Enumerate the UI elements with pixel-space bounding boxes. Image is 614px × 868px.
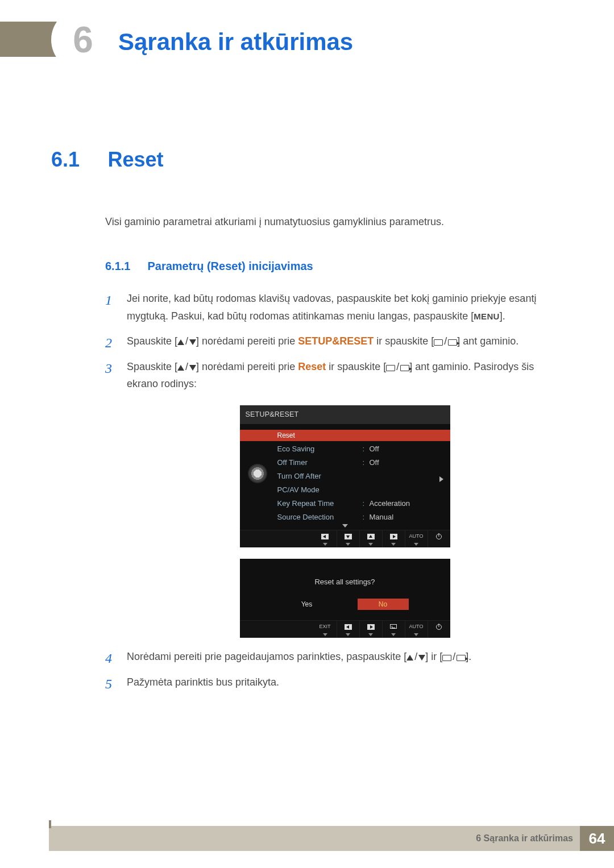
- osd-item: PC/AV Mode: [277, 483, 442, 497]
- submenu-arrow-icon: [439, 476, 443, 482]
- osd-enter: [382, 621, 405, 638]
- step-text: ] ir [: [425, 651, 442, 662]
- down-arrow-icon: [189, 339, 196, 345]
- step-text: ].: [500, 310, 505, 322]
- source-icon: [386, 365, 395, 371]
- osd-item: Eco Saving:Off: [277, 442, 442, 456]
- menu-keyword: MENU: [474, 312, 499, 321]
- enter-icon: [448, 339, 457, 346]
- subsection-heading: 6.1.1 Parametrų (Reset) inicijavimas: [105, 260, 563, 273]
- osd-item: Key Repeat Time:Acceleration: [277, 497, 442, 510]
- section-title: Reset: [107, 148, 163, 172]
- down-arrow-icon: [418, 655, 425, 661]
- power-icon: [436, 624, 442, 630]
- source-icon: [434, 339, 443, 346]
- osd-item-label: Source Detection: [277, 511, 363, 524]
- osd-button-bar: AUTO: [240, 530, 450, 547]
- osd-item-label: Key Repeat Time: [277, 497, 363, 510]
- osd-auto: AUTO: [405, 621, 428, 638]
- osd-nav-down: [337, 530, 359, 547]
- step-text: ir spauskite [: [374, 335, 434, 347]
- osd-item-label: Turn Off After: [277, 470, 363, 483]
- step-text: Spauskite [: [127, 361, 177, 372]
- osd-choice-yes: Yes: [281, 599, 333, 610]
- osd-item-label: Off Timer: [277, 456, 363, 469]
- up-arrow-icon: [177, 339, 184, 345]
- osd-confirm-question: Reset all settings?: [248, 576, 442, 588]
- osd-item-reset: Reset: [240, 430, 450, 441]
- osd-auto-label: AUTO: [409, 624, 424, 629]
- step-text: ] ant gaminio.: [457, 335, 518, 347]
- steps-list: 1 Jei norite, kad būtų rodomas klavišų v…: [105, 290, 563, 691]
- up-arrow-icon: [367, 534, 375, 539]
- step-number: 5: [105, 672, 112, 696]
- chapter-title: Sąranka ir atkūrimas: [118, 28, 353, 56]
- osd-item-value: Acceleration: [370, 497, 410, 510]
- osd-setup-reset-menu: SETUP&RESET Reset Eco Saving:Off Off Tim…: [240, 405, 450, 547]
- right-arrow-icon: [390, 534, 397, 539]
- osd-nav-right: [359, 621, 382, 638]
- osd-item-value: Off: [370, 443, 379, 455]
- gear-icon: [248, 464, 267, 483]
- osd-item: Off Timer:Off: [277, 456, 442, 470]
- right-arrow-icon: [367, 624, 375, 630]
- step-text: ir spauskite [: [326, 361, 386, 372]
- footer-chapter: 6 Sąranka ir atkūrimas: [476, 833, 573, 844]
- step-number: 4: [105, 647, 112, 670]
- step-number: 1: [105, 289, 112, 312]
- enter-icon: [457, 655, 466, 661]
- chapter-number-badge: 6: [57, 14, 109, 66]
- osd-item-value: Manual: [370, 511, 394, 524]
- osd-nav-up: [359, 530, 382, 547]
- osd-exit-label: EXIT: [319, 624, 330, 629]
- step-1: 1 Jei norite, kad būtų rodomas klavišų v…: [105, 290, 563, 325]
- step-3: 3 Spauskite [/] norėdami pereiti prie Re…: [105, 358, 563, 638]
- left-arrow-icon: [345, 624, 352, 630]
- osd-item: Turn Off After: [277, 470, 442, 483]
- subsection-number: 6.1.1: [105, 260, 145, 273]
- power-icon: [436, 534, 442, 539]
- step-5: 5 Pažymėta parinktis bus pritaikyta.: [105, 674, 563, 691]
- step-number: 2: [105, 331, 112, 355]
- osd-item-label: Eco Saving: [277, 443, 363, 455]
- osd-item-label: PC/AV Mode: [277, 484, 363, 496]
- setup-reset-keyword: SETUP&RESET: [298, 335, 374, 347]
- osd-nav-left: [314, 530, 337, 547]
- up-arrow-icon: [177, 365, 184, 371]
- step-text: ] norėdami pereiti prie: [196, 361, 298, 372]
- page-footer: 6 Sąranka ir atkūrimas 64: [0, 826, 614, 851]
- step-text: ].: [466, 651, 471, 662]
- step-text: Spauskite [: [127, 335, 177, 347]
- step-number: 3: [105, 357, 112, 380]
- step-4: 4 Norėdami pereiti prie pageidaujamos pa…: [105, 648, 563, 666]
- osd-auto: AUTO: [405, 530, 428, 547]
- osd-nav-left: [337, 621, 359, 638]
- osd-choice-no: No: [358, 599, 409, 610]
- osd-power: [428, 530, 450, 547]
- enter-icon: [400, 365, 409, 371]
- enter-icon: [390, 624, 397, 629]
- osd-exit: EXIT: [314, 621, 337, 638]
- reset-keyword: Reset: [298, 361, 326, 372]
- osd-reset-confirm: Reset all settings? Yes No EXIT AUTO: [240, 559, 450, 638]
- source-icon: [442, 655, 451, 661]
- subsection-title: Parametrų (Reset) inicijavimas: [147, 260, 313, 273]
- step-2: 2 Spauskite [/] norėdami pereiti prie SE…: [105, 333, 563, 350]
- down-arrow-icon: [189, 365, 196, 371]
- osd-power: [428, 621, 450, 638]
- up-arrow-icon: [406, 655, 413, 661]
- section-number: 6.1: [51, 148, 105, 172]
- footer-page-number: 64: [580, 826, 614, 851]
- step-text: ] norėdami pereiti prie: [196, 335, 298, 347]
- osd-button-bar: EXIT AUTO: [240, 620, 450, 638]
- step-text: Norėdami pereiti prie pageidaujamos pari…: [127, 651, 406, 662]
- osd-title: SETUP&RESET: [240, 405, 450, 424]
- osd-nav-right: [382, 530, 405, 547]
- osd-auto-label: AUTO: [409, 534, 424, 539]
- scroll-down-icon: [342, 524, 348, 528]
- left-arrow-icon: [321, 534, 329, 539]
- osd-item-label: Reset: [277, 430, 363, 441]
- section-heading: 6.1 Reset: [51, 148, 563, 172]
- step-text: Pažymėta parinktis bus pritaikyta.: [127, 676, 279, 688]
- down-arrow-icon: [345, 534, 352, 539]
